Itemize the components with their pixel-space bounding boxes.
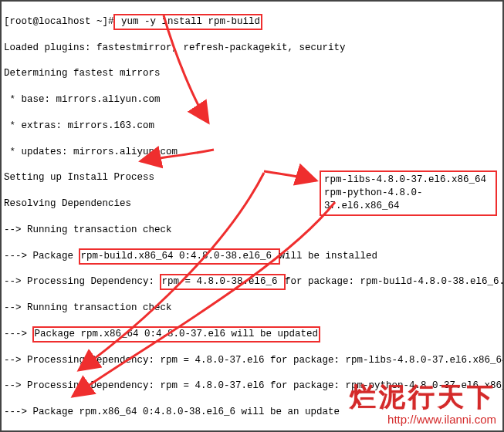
output-text: will be installed <box>279 251 378 262</box>
output-line: Setting up Install Process <box>4 171 500 184</box>
output-line: * updates: mirrors.aliyun.com <box>4 146 500 159</box>
output-text: ---> <box>4 329 33 339</box>
output-text: --> Processing Dependency: <box>4 276 161 287</box>
pkg-update-box: Package rpm.x86_64 0:4.8.0-37.el6 will b… <box>32 326 321 343</box>
dep-text: rpm-python-4.8.0-37.el6.x86_64 <box>346 380 504 391</box>
output-line: * base: mirrors.aliyun.com <box>4 93 500 106</box>
output-line: * extras: mirrors.163.com <box>4 120 500 133</box>
output-line: Resolving Dependencies <box>4 197 500 211</box>
output-text: --> Processing Dependency: rpm = 4.8.0-3… <box>4 380 346 391</box>
output-line: Determining fastest mirrors <box>4 67 500 80</box>
output-line: ---> Package rpm.x86_64 0:4.8.0-38.el6_6… <box>4 406 500 419</box>
output-line: Loaded plugins: fastestmirror, refresh-p… <box>4 42 500 55</box>
command: yum -y install rpm-build <box>116 16 261 27</box>
rpm-version-box: rpm = 4.8.0-38.el6_6 <box>160 274 286 290</box>
pkg-box: rpm-build.x86_64 0:4.8.0-38.el6_6 <box>79 248 280 265</box>
terminal-output: [root@localhost ~]# yum -y install rpm-b… <box>4 2 500 432</box>
dep-text: rpm-libs-4.8.0-37.el6.x86_64 <box>346 355 504 366</box>
output-line: --> Running transaction check <box>4 224 500 237</box>
prompt: [root@localhost ~]# <box>4 16 114 27</box>
output-text: --> Processing Dependency: rpm = 4.8.0-3… <box>4 355 346 366</box>
output-line: --> Running transaction check <box>4 302 500 315</box>
output-text: ---> Package <box>4 251 79 262</box>
command-box: yum -y install rpm-build <box>113 14 263 30</box>
output-text: for package: rpm-build-4.8.0-38.el6_6.x8… <box>285 276 504 287</box>
